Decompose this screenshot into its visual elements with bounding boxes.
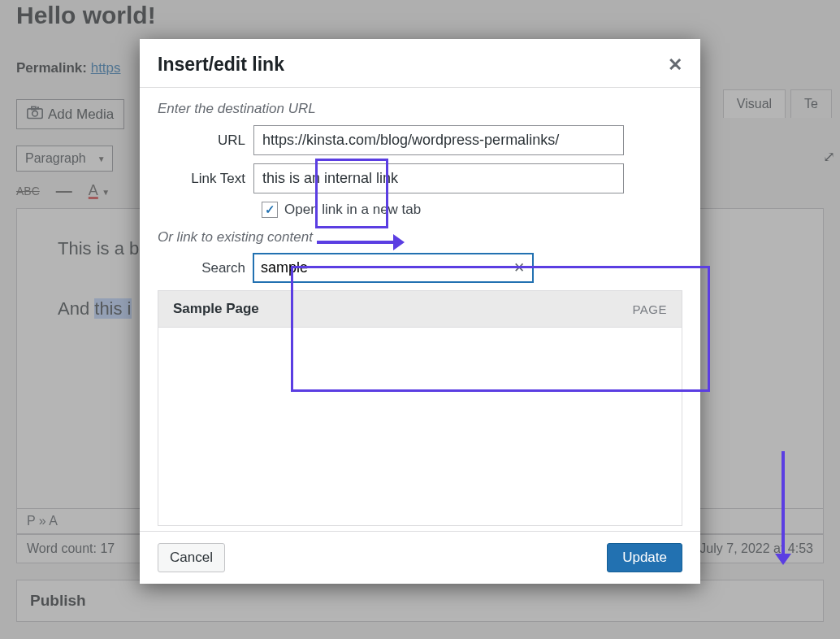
url-label: URL bbox=[158, 133, 253, 149]
open-new-tab-label: Open link in a new tab bbox=[284, 202, 421, 218]
clear-search-icon[interactable]: ✕ bbox=[513, 259, 525, 276]
section-existing-label: Or link to existing content bbox=[158, 229, 682, 246]
update-button[interactable]: Update bbox=[607, 543, 682, 572]
dialog-title: Insert/edit link bbox=[158, 54, 284, 76]
search-result-type: PAGE bbox=[632, 302, 667, 316]
link-text-label: Link Text bbox=[158, 171, 253, 187]
url-input[interactable] bbox=[253, 125, 624, 155]
search-results: Sample Page PAGE bbox=[158, 290, 682, 526]
open-new-tab-checkbox[interactable]: ✓ bbox=[262, 202, 278, 218]
search-input[interactable] bbox=[253, 254, 533, 282]
search-result-item[interactable]: Sample Page PAGE bbox=[158, 291, 682, 328]
search-result-title: Sample Page bbox=[173, 301, 259, 317]
close-icon[interactable]: ✕ bbox=[668, 54, 682, 76]
link-text-input[interactable] bbox=[253, 163, 624, 193]
insert-link-dialog: Insert/edit link ✕ Enter the destination… bbox=[140, 39, 700, 584]
cancel-button[interactable]: Cancel bbox=[158, 543, 225, 572]
section-destination-label: Enter the destination URL bbox=[158, 101, 682, 117]
search-label: Search bbox=[158, 260, 253, 276]
